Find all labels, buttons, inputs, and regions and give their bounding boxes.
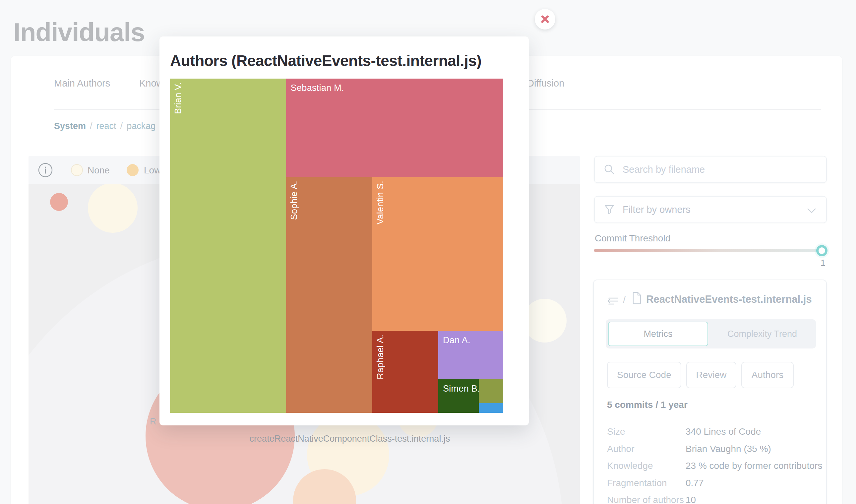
metric-row-number-of-authors: Number of authors 10 [594, 495, 826, 504]
file-icon [631, 291, 642, 306]
breadcrumb-separator: / [120, 121, 123, 131]
treemap-cell-label: Dan A. [443, 335, 470, 345]
search-input[interactable] [623, 164, 808, 175]
metric-label: Size [607, 427, 625, 437]
page-title: Individuals [13, 17, 145, 48]
commit-threshold-value: 1 [806, 258, 825, 268]
background-bubble [523, 299, 567, 343]
file-details-panel: / ReactNativeEvents-test.internal.js Met… [593, 280, 827, 504]
breadcrumb-separator: / [90, 121, 92, 131]
commit-threshold-label: Commit Threshold [595, 233, 670, 244]
breadcrumb-system[interactable]: System [54, 121, 86, 131]
tab-diffusion[interactable]: Diffusion [527, 78, 564, 89]
file-bubble-label: createReactNativeComponentClass-test.int… [217, 434, 482, 444]
background-bubble [88, 184, 138, 233]
treemap-cell-label: Sebastian M. [291, 83, 344, 93]
legend-label-low: Low [144, 165, 161, 176]
search-box[interactable] [594, 156, 827, 183]
back-arrow-icon[interactable] [606, 296, 619, 308]
background-bubble [50, 193, 68, 211]
tab-complexity-trend[interactable]: Complexity Trend [709, 319, 816, 348]
metric-label: Author [607, 444, 635, 454]
metric-label: Knowledge [607, 461, 653, 471]
partial-file-label: R [150, 416, 157, 427]
treemap-cell-sophie-a[interactable]: Sophie A. [286, 177, 372, 413]
breadcrumb: System/react/packag [54, 121, 156, 131]
metric-value: 340 Lines of Code [685, 427, 761, 437]
treemap-cell-unlabeled-olive[interactable] [479, 379, 503, 403]
metric-value: 23 % code by former contributors [685, 461, 822, 471]
treemap-cell-valentin-s[interactable]: Valentin S. [372, 177, 503, 331]
legend-dot-low [127, 164, 139, 176]
chevron-down-icon[interactable] [806, 208, 817, 216]
legend-label-none: None [88, 165, 110, 176]
path-separator: / [623, 294, 626, 305]
tab-main-authors[interactable]: Main Authors [54, 78, 110, 89]
individuals-page: Individuals Main Authors Know Diffusion … [0, 0, 856, 504]
filter-by-owners-dropdown[interactable]: Filter by owners [594, 196, 827, 223]
metric-row-knowledge: Knowledge 23 % code by former contributo… [594, 461, 826, 474]
authors-modal: Authors (ReactNativeEvents-test.internal… [159, 36, 529, 426]
commit-threshold-slider[interactable] [594, 249, 825, 252]
breadcrumb-package[interactable]: packag [127, 121, 156, 131]
close-modal-button[interactable] [535, 9, 555, 30]
modal-title: Authors (ReactNativeEvents-test.internal… [170, 52, 481, 70]
treemap-cell-unlabeled-blue[interactable] [479, 403, 503, 413]
breadcrumb-react[interactable]: react [96, 121, 117, 131]
commit-threshold-slider-handle[interactable] [816, 245, 827, 256]
authors-button[interactable]: Authors [741, 362, 794, 388]
commit-summary: 5 commits / 1 year [607, 399, 688, 410]
treemap-cell-brian-v[interactable]: Brian V. [170, 78, 286, 413]
treemap-cell-raphael-a[interactable]: Raphael A. [372, 331, 438, 413]
legend-dot-none [71, 164, 83, 176]
treemap-cell-label: Raphael A. [375, 335, 386, 379]
treemap-cell-dan-a[interactable]: Dan A. [438, 331, 503, 379]
metric-row-size: Size 340 Lines of Code [594, 427, 826, 440]
treemap-cell-label: Sophie A. [289, 181, 299, 220]
metric-row-fragmentation: Fragmentation 0.77 [594, 478, 826, 491]
tab-metrics[interactable]: Metrics [608, 322, 708, 346]
funnel-icon [603, 203, 615, 216]
treemap-cell-sebastian-m[interactable]: Sebastian M. [286, 78, 503, 177]
filter-label: Filter by owners [623, 204, 691, 215]
metric-value: Brian Vaughn (35 %) [685, 444, 771, 454]
authors-treemap: Brian V. Sebastian M. Sophie A. Valentin… [170, 78, 503, 413]
search-icon [603, 163, 615, 175]
metric-value: 10 [685, 495, 696, 504]
review-button[interactable]: Review [686, 362, 736, 388]
metric-label: Number of authors [607, 495, 684, 504]
info-icon[interactable] [38, 162, 53, 178]
metric-value: 0.77 [685, 478, 704, 488]
treemap-cell-label: Brian V. [173, 82, 183, 114]
source-code-button[interactable]: Source Code [607, 362, 681, 388]
close-icon [540, 15, 550, 24]
treemap-cell-simen-b[interactable]: Simen B. [438, 379, 479, 413]
treemap-cell-label: Simen B. [443, 384, 480, 394]
treemap-cell-label: Valentin S. [375, 181, 386, 224]
metric-row-author: Author Brian Vaughn (35 %) [594, 444, 826, 457]
file-panel-tabgroup: Metrics Complexity Trend [606, 319, 816, 348]
metric-label: Fragmentation [607, 478, 667, 488]
file-name: ReactNativeEvents-test.internal.js [646, 293, 812, 305]
